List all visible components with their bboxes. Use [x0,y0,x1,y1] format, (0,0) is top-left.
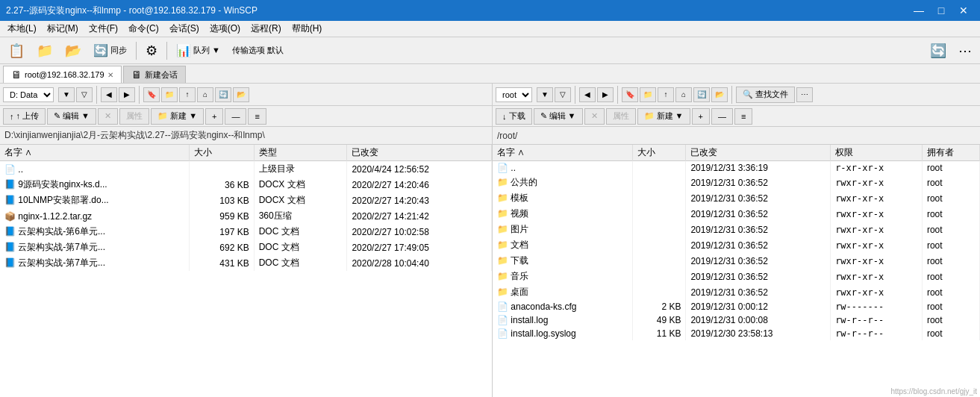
table-row[interactable]: 📘 云架构实战-第6单元...197 KBDOC 文档2020/2/27 10:… [0,224,492,240]
file-owner: root [922,327,979,340]
left-col-modified[interactable]: 已改变 [347,145,492,161]
left-bookmark-btn[interactable]: 🔖 [143,87,160,102]
right-col-permissions[interactable]: 权限 [831,145,923,161]
file-name: 📘 9源码安装nginx-ks.d... [0,177,189,193]
minimize-button[interactable]: — [908,3,929,18]
session-tab-1[interactable]: 🖥 root@192.168.32.179 ✕ [3,66,122,83]
menu-options[interactable]: 选项(O) [205,21,245,37]
queue-label: 队列 ▼ [193,45,220,56]
file-size [632,161,686,175]
table-row[interactable]: 📁 公共的2019/12/31 0:36:52rwxr-xr-xroot [493,175,980,190]
left-forward-btn[interactable]: ▶ [119,87,135,102]
close-button[interactable]: ✕ [953,3,974,18]
right-col-size[interactable]: 大小 [632,145,686,161]
menu-mark[interactable]: 标记(M) [43,21,83,37]
table-row[interactable]: 📄 ..2019/12/31 3:36:19r-xr-xr-xroot [493,161,980,175]
table-row[interactable]: 📘 云架构实战-第7单元...692 KBDOC 文档2020/2/27 17:… [0,240,492,255]
left-drive-select[interactable]: D: Data [3,87,54,102]
right-col-modified[interactable]: 已改变 [686,145,831,161]
menu-local[interactable]: 本地(L) [3,21,41,37]
table-row[interactable]: 📄 anaconda-ks.cfg2 KB2019/12/31 0:00:12r… [493,300,980,313]
right-nav-dropdown[interactable]: ▼ [537,87,553,102]
toolbar-copy-files[interactable]: 📋 [3,40,30,61]
left-folder-btn[interactable]: 📁 [161,87,178,102]
table-row[interactable]: 📄 install.log49 KB2019/12/31 0:00:08rw-r… [493,313,980,327]
toolbar-queue[interactable]: 📊 队列 ▼ [171,40,225,61]
right-add-btn[interactable]: + [692,108,710,125]
left-up-btn[interactable]: ↑ [179,87,196,102]
left-delete-btn[interactable]: ✕ [98,108,118,125]
table-row[interactable]: 📦 nginx-1.12.2.tar.gz959 KB360压缩2020/2/2… [0,208,492,224]
right-forward-btn[interactable]: ▶ [597,87,614,102]
toolbar-separator-1 [136,42,137,60]
menu-session[interactable]: 会话(S) [165,21,204,37]
right-delete-btn[interactable]: ✕ [584,108,605,125]
session-tab-1-close[interactable]: ✕ [107,71,113,79]
table-row[interactable]: 📘 10LNMP安装部署.do...103 KBDOCX 文档2020/2/27… [0,193,492,208]
right-folder-btn[interactable]: 📁 [640,87,656,102]
left-col-size[interactable]: 大小 [189,145,254,161]
table-row[interactable]: 📁 下载2019/12/31 0:36:52rwxr-xr-xroot [493,253,980,269]
left-edit-btn[interactable]: ✎ 编辑 ▼ [47,108,96,125]
right-extra-btn[interactable]: ⋯ [796,87,813,102]
table-row[interactable]: 📘 9源码安装nginx-ks.d...36 KBDOCX 文档2020/2/2… [0,177,492,193]
left-queue-btn[interactable]: ≡ [248,108,266,125]
menu-help[interactable]: 帮助(H) [287,21,327,37]
right-opensession-btn[interactable]: 📂 [711,87,728,102]
toolbar-move-files[interactable]: 📁 [31,40,58,61]
left-nav-dropdown[interactable]: ▼ [58,87,75,102]
right-bookmark-btn[interactable]: 🔖 [622,87,638,102]
right-queue-btn[interactable]: ≡ [734,108,752,125]
left-opensession-btn[interactable]: 📂 [233,87,249,102]
right-drive-select[interactable]: root [496,87,532,102]
left-properties-btn[interactable]: 属性 [119,108,149,125]
file-size [632,284,686,300]
right-file-list-container[interactable]: 名字 ∧ 大小 已改变 权限 拥有者 📄 ..2019/12/31 3:36:1… [493,145,980,397]
toolbar-more[interactable]: ⋯ [953,40,977,61]
table-row[interactable]: 📁 图片2019/12/31 0:36:52rwxr-xr-xroot [493,222,980,237]
table-row[interactable]: 📁 桌面2019/12/31 0:36:52rwxr-xr-xroot [493,284,980,300]
right-remove-btn[interactable]: — [711,108,733,125]
toolbar-sync[interactable]: 🔄 同步 [88,40,132,61]
left-filter-btn[interactable]: ▽ [76,87,93,102]
right-back-btn[interactable]: ◀ [579,87,596,102]
left-refresh-btn[interactable]: 🔄 [215,87,231,102]
right-filter-btn[interactable]: ▽ [555,87,571,102]
left-remove-btn[interactable]: — [225,108,246,125]
toolbar-transfer-options[interactable]: 传输选项 默认 [227,40,289,61]
right-refresh-btn[interactable]: 🔄 [693,87,710,102]
toolbar-keepalive[interactable]: 🔄 [925,40,952,61]
table-row[interactable]: 📘 云架构实战-第7单元...431 KBDOC 文档2020/2/28 10:… [0,255,492,271]
table-row[interactable]: 📁 文档2019/12/31 0:36:52rwxr-xr-xroot [493,237,980,253]
left-back-btn[interactable]: ◀ [101,87,117,102]
file-permissions: rwxr-xr-x [831,237,923,253]
right-download-btn[interactable]: ↓ 下载 [496,108,532,125]
left-new-btn[interactable]: 📁 新建 ▼ [151,108,204,125]
table-row[interactable]: 📁 模板2019/12/31 0:36:52rwxr-xr-xroot [493,190,980,206]
left-upload-btn[interactable]: ↑ ↑ 上传 [3,108,46,125]
table-row[interactable]: 📁 音乐2019/12/31 0:36:52rwxr-xr-xroot [493,269,980,284]
menu-command[interactable]: 命令(C) [124,21,163,37]
table-row[interactable]: 📁 视频2019/12/31 0:36:52rwxr-xr-xroot [493,206,980,222]
table-row[interactable]: 📄 ..上级目录2020/4/24 12:56:52 [0,161,492,178]
toolbar-newfolder[interactable]: 📂 [60,40,87,61]
right-up-btn[interactable]: ↑ [658,87,674,102]
menu-remote[interactable]: 远程(R) [246,21,286,37]
right-edit-btn[interactable]: ✎ 编辑 ▼ [534,108,583,125]
right-new-btn[interactable]: 📁 新建 ▼ [637,108,690,125]
left-add-btn[interactable]: + [205,108,223,125]
toolbar-preferences[interactable]: ⚙ [140,40,163,61]
session-tab-new[interactable]: 🖥 新建会话 [123,66,186,83]
left-file-list-container[interactable]: 名字 ∧ 大小 类型 已改变 📄 ..上级目录2020/4/24 12:56:5… [0,145,492,397]
table-row[interactable]: 📄 install.log.syslog11 KB2019/12/30 23:5… [493,327,980,340]
left-col-type[interactable]: 类型 [254,145,347,161]
left-home-btn[interactable]: ⌂ [197,87,213,102]
maximize-button[interactable]: □ [931,3,952,18]
right-home-btn[interactable]: ⌂ [675,87,692,102]
right-properties-btn[interactable]: 属性 [606,108,636,125]
right-find-files-btn[interactable]: 🔍 查找文件 [736,87,795,103]
menu-file[interactable]: 文件(F) [84,21,122,37]
right-col-owner[interactable]: 拥有者 [922,145,979,161]
left-col-name[interactable]: 名字 ∧ [0,145,189,161]
right-col-name[interactable]: 名字 ∧ [493,145,632,161]
